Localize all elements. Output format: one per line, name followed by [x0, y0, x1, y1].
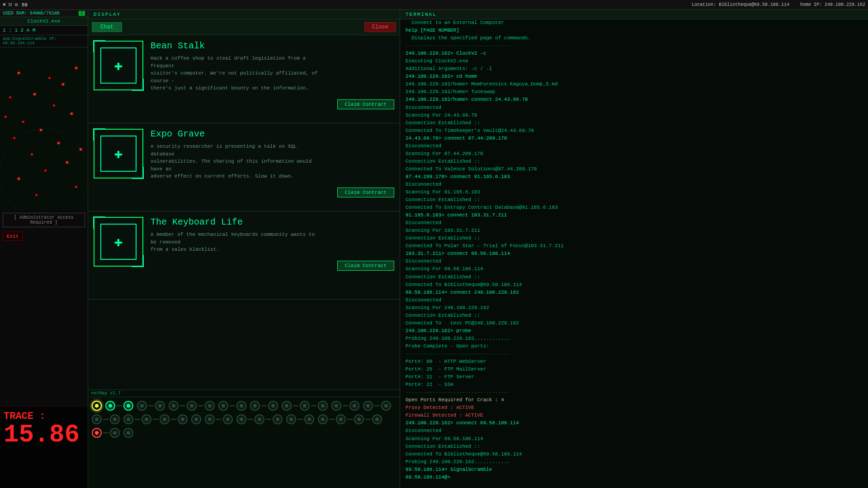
exit-button[interactable]: Exit — [3, 232, 23, 241]
contract-icon-0: ✚ — [94, 41, 143, 90]
terminal-line: 87.44.209.170> connect 91.165.6.183 — [406, 173, 863, 181]
top-icons[interactable]: ✖ ⊡ ⚙ — [3, 1, 18, 8]
net-node[interactable] — [137, 401, 147, 411]
terminal-line: Connection Established :: — [406, 273, 863, 281]
close-button[interactable]: Close — [364, 22, 396, 32]
netmap-content — [88, 397, 400, 441]
net-node[interactable] — [92, 414, 102, 424]
net-connector — [135, 419, 140, 420]
net-node[interactable] — [187, 401, 197, 411]
node-group — [218, 401, 246, 411]
net-node[interactable] — [282, 401, 292, 411]
net-node[interactable] — [381, 401, 391, 411]
clock-exe: ClockV2.exe — [0, 17, 88, 26]
contract-icon-2: ✚ — [94, 217, 143, 267]
net-node[interactable] — [92, 401, 102, 411]
ram-badge: 2 — [79, 11, 85, 16]
net-node[interactable] — [372, 414, 382, 424]
terminal-line: Disconnected — [406, 219, 863, 227]
net-node-inner — [285, 404, 288, 408]
net-node[interactable] — [169, 401, 179, 411]
net-node-inner — [113, 431, 117, 435]
settings-icon[interactable]: ⚙ — [14, 1, 18, 8]
net-node[interactable] — [304, 414, 314, 424]
claim-btn-1[interactable]: Claim Contract — [337, 188, 394, 197]
node-group — [363, 401, 391, 411]
net-node[interactable] — [250, 401, 260, 411]
net-node[interactable] — [205, 401, 215, 411]
net-node-inner — [226, 418, 230, 421]
net-node[interactable] — [155, 401, 165, 411]
net-node[interactable] — [268, 401, 278, 411]
net-connector — [117, 405, 122, 406]
net-node-inner — [108, 404, 112, 408]
terminal-line: Port#: 22 - SSH — [406, 381, 863, 389]
net-node[interactable] — [123, 428, 133, 438]
net-node[interactable] — [363, 401, 373, 411]
net-node[interactable] — [123, 401, 133, 411]
net-node[interactable] — [318, 414, 328, 424]
cross-icon-1: ✚ — [114, 145, 123, 163]
net-node[interactable] — [318, 401, 328, 411]
net-node[interactable] — [160, 414, 170, 424]
net-node[interactable] — [255, 414, 264, 424]
terminal-line: Connection Established :: — [406, 119, 863, 127]
terminal-line: 91.165.6.183> connect 103.31.7.211 — [406, 211, 863, 219]
net-node[interactable] — [223, 414, 233, 424]
cross-icon-2: ✚ — [114, 233, 123, 251]
node-group — [286, 414, 314, 424]
net-node[interactable] — [300, 401, 310, 411]
terminal-line: Connected To Timekeeper's Vault@24.43.69… — [406, 127, 863, 135]
terminal-content[interactable]: help [PAGE NUMBER] Displays the specifie… — [400, 19, 868, 485]
net-node-inner — [240, 404, 243, 408]
contract-title-1: Expo Grave — [151, 129, 394, 139]
net-node[interactable] — [178, 414, 188, 424]
contract-desc-1: A security researcher is presenting a ta… — [151, 143, 322, 180]
net-connector — [347, 419, 353, 420]
close-icon[interactable]: ✖ — [3, 1, 6, 8]
net-node[interactable] — [336, 414, 346, 424]
net-connector — [297, 419, 303, 420]
net-connector — [216, 419, 222, 420]
terminal-line: ----------------------------------- — [406, 389, 863, 396]
contracts-list: ✚ Bean Stalk Hack a coffee shop to steal… — [88, 35, 400, 300]
net-node[interactable] — [105, 401, 115, 411]
net-node-inner — [335, 404, 338, 408]
claim-btn-0[interactable]: Claim Contract — [337, 99, 394, 109]
net-node[interactable] — [354, 414, 364, 424]
net-connector — [230, 405, 235, 406]
net-node-inner — [208, 404, 212, 408]
net-node[interactable] — [123, 414, 133, 424]
net-node[interactable] — [236, 414, 246, 424]
net-node[interactable] — [218, 401, 228, 411]
net-connector — [261, 405, 267, 406]
net-node[interactable] — [331, 401, 341, 411]
minimize-icon[interactable]: ⊡ — [9, 1, 12, 8]
node-group — [105, 401, 133, 411]
terminal-line: Port#: 21 - FTP Server — [406, 373, 863, 381]
terminal-line: Proxy Detected : ACTIVE — [406, 404, 863, 412]
net-node-inner — [289, 418, 293, 421]
net-node-inner — [271, 404, 275, 408]
net-node[interactable] — [110, 428, 120, 438]
chat-bar: Chat Close — [88, 19, 400, 35]
terminal-line: 103.31.7.211> connect 69.58.186.114 — [406, 250, 863, 258]
terminal-line: 69.58.186.114@> — [406, 474, 863, 481]
net-node[interactable] — [273, 414, 283, 424]
net-node[interactable] — [92, 428, 102, 438]
net-node[interactable] — [191, 414, 201, 424]
netmap-panel: netMap v1.7 — [88, 389, 400, 488]
terminal-line: Connected To Bibliotheque@69.58.186.114 — [406, 450, 863, 458]
net-node[interactable] — [236, 401, 246, 411]
net-node[interactable] — [286, 414, 296, 424]
net-node[interactable] — [110, 414, 120, 424]
claim-btn-2[interactable]: Claim Contract — [337, 261, 394, 271]
terminal-line: Port#: 25 - FTP MailServer — [406, 366, 863, 373]
net-node[interactable] — [349, 401, 359, 411]
net-node[interactable] — [205, 414, 215, 424]
node-group — [205, 414, 233, 424]
chat-button[interactable]: Chat — [92, 22, 122, 32]
net-node[interactable] — [142, 414, 151, 424]
terminal-line: ----------------------------------- — [406, 42, 863, 50]
net-node-inner — [339, 418, 343, 421]
